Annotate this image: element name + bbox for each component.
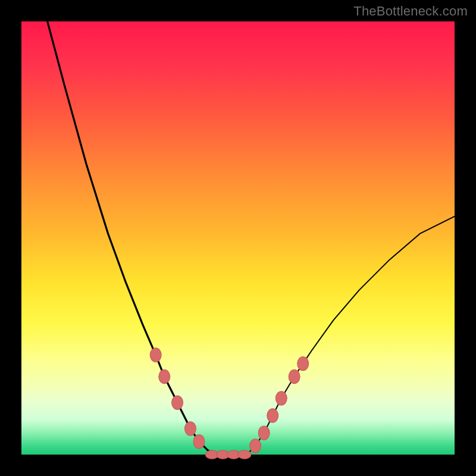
watermark-text: TheBottleneck.com [353, 4, 468, 19]
svg-point-3 [184, 422, 196, 436]
svg-point-9 [289, 369, 300, 383]
svg-point-4 [193, 435, 205, 449]
svg-point-8 [275, 392, 287, 405]
svg-point-10 [298, 356, 309, 370]
svg-point-14 [238, 450, 251, 459]
svg-point-1 [159, 369, 170, 383]
curve-group [48, 21, 455, 455]
marker-group [150, 348, 308, 459]
chart-svg [21, 21, 455, 455]
svg-point-6 [258, 426, 270, 440]
svg-point-0 [150, 348, 161, 362]
svg-point-5 [250, 439, 261, 453]
svg-point-7 [267, 409, 278, 422]
svg-point-2 [172, 396, 183, 409]
